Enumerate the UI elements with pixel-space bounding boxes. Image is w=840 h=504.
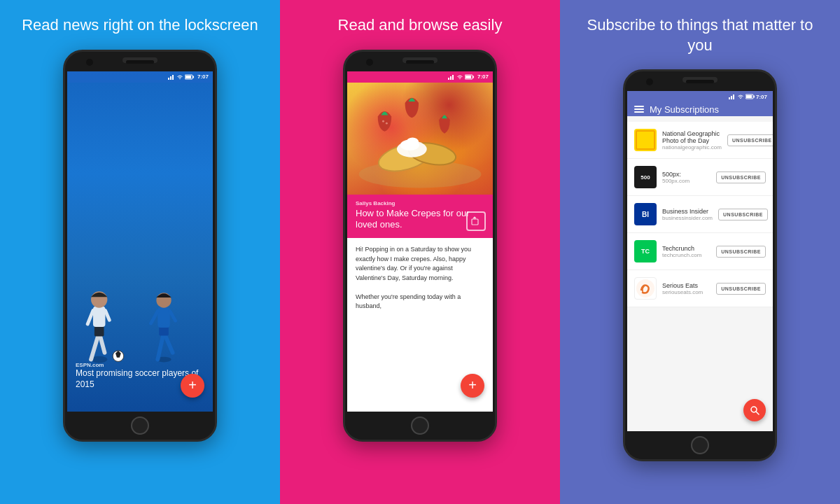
search-icon	[750, 405, 760, 415]
article-body: Hi! Popping in on a Saturday to show you…	[347, 238, 493, 318]
svg-rect-46	[746, 95, 752, 98]
subscriptions-list: National Geographic Photo of the Day nat…	[627, 122, 773, 307]
tc-logo-text: TC	[641, 248, 650, 255]
serious-eats-logo-svg	[636, 279, 655, 298]
svg-line-15	[158, 332, 164, 359]
se-logo	[634, 277, 657, 300]
svg-line-12	[105, 310, 109, 320]
unsubscribe-btn-se[interactable]: UNSUBSCRIBE	[716, 283, 766, 295]
lockscreen-fab[interactable]: +	[181, 374, 204, 398]
battery-icon-2	[465, 74, 474, 80]
phone-2-speaker	[406, 60, 434, 64]
svg-rect-9	[94, 326, 104, 337]
phone-1: 7:07 7:07 Fri, 12 March	[63, 50, 217, 442]
status-icons-3: 7:07	[729, 91, 767, 102]
svg-line-19	[151, 311, 158, 323]
panel-lockscreen: Read news right on the lockscreen	[0, 0, 280, 504]
phone-2-bottom	[345, 412, 495, 440]
subscriptions-toolbar: 7:07 My Subscriptions	[627, 91, 773, 116]
panel3-tagline: Subscribe to things that matter to you	[560, 0, 840, 62]
svg-rect-23	[448, 78, 449, 80]
sub-info-ng: National Geographic Photo of the Day nat…	[662, 130, 722, 150]
article-fab[interactable]: +	[461, 374, 484, 398]
soccer-scene	[67, 247, 213, 373]
px-logo-text: 500	[640, 174, 650, 181]
unsubscribe-btn-px[interactable]: UNSUBSCRIBE	[716, 172, 766, 183]
panel1-tagline: Read news right on the lockscreen	[1, 0, 279, 43]
list-item: TC Techcrunch techcrunch.com UNSUBSCRIBE	[627, 233, 773, 270]
phone-1-screen: 7:07 7:07 Fri, 12 March	[67, 71, 213, 412]
svg-rect-25	[452, 75, 454, 80]
phone-2-wrapper: 7:07	[343, 43, 497, 504]
lockscreen-status-bar: 7:07	[67, 71, 213, 83]
list-item: 500 500px: 500px.com UNSUBSCRIBE	[627, 159, 773, 196]
svg-line-11	[88, 310, 93, 323]
sub-name-bi: Business Insider	[662, 208, 713, 215]
svg-line-49	[756, 412, 759, 414]
svg-rect-0	[168, 78, 169, 80]
article-source: Sallys Backing	[356, 200, 484, 206]
unsubscribe-btn-bi[interactable]: UNSUBSCRIBE	[718, 209, 768, 220]
toolbar-content: My Subscriptions	[634, 104, 719, 115]
phone-1-speaker	[126, 60, 154, 64]
panel-subscriptions: Subscribe to things that matter to you	[560, 0, 840, 504]
article-status-bar: 7:07	[347, 71, 493, 83]
svg-rect-41	[729, 97, 730, 99]
status-time-3: 7:07	[756, 94, 767, 100]
search-fab[interactable]	[743, 399, 766, 421]
svg-rect-5	[186, 76, 191, 78]
battery-icon-1	[185, 74, 194, 80]
unsubscribe-btn-ng[interactable]: UNSUBSCRIBE	[727, 134, 773, 146]
share-icon[interactable]	[466, 211, 486, 231]
sub-name-ng: National Geographic Photo of the Day	[662, 130, 722, 144]
signal-icon-3	[729, 94, 736, 99]
sub-info-tc: Techcrunch techcrunch.com	[662, 245, 710, 258]
svg-rect-43	[733, 94, 734, 99]
sub-url-bi: businessinsider.com	[662, 215, 713, 221]
food-svg	[347, 83, 493, 195]
hamburger-line-2	[634, 108, 644, 110]
subscriptions-toolbar-title: My Subscriptions	[650, 104, 719, 115]
subscriptions-screen: 7:07 My Subscriptions	[627, 91, 773, 431]
svg-rect-18	[158, 307, 169, 327]
wifi-icon-1	[176, 74, 183, 80]
sub-name-px: 500px:	[662, 171, 710, 178]
strawberry-2	[405, 97, 419, 118]
ng-logo-box	[636, 130, 655, 150]
signal-icon-2	[448, 74, 455, 80]
phone-2: 7:07	[343, 50, 497, 442]
sub-name-se: Serious Eats	[662, 282, 710, 289]
signal-icon-1	[168, 74, 175, 80]
lockscreen-bg: 7:07 7:07 Fri, 12 March	[67, 71, 213, 412]
svg-line-20	[170, 311, 176, 321]
sub-url-se: seriouseats.com	[662, 289, 710, 295]
home-button-1[interactable]	[131, 416, 149, 435]
article-title: How to Make Crepes for our loved ones.	[356, 208, 484, 232]
px-logo: 500	[634, 166, 657, 188]
wifi-icon-3	[737, 94, 744, 99]
svg-rect-39	[472, 219, 478, 225]
share-svg	[471, 216, 481, 226]
article-hero-image	[347, 83, 493, 195]
svg-rect-45	[753, 96, 755, 98]
svg-rect-4	[192, 76, 194, 78]
unsubscribe-btn-tc[interactable]: UNSUBSCRIBE	[716, 246, 766, 258]
svg-line-7	[91, 332, 99, 359]
svg-rect-2	[172, 75, 174, 80]
svg-rect-10	[93, 306, 105, 326]
svg-point-37	[382, 120, 384, 122]
svg-rect-1	[170, 76, 172, 80]
sub-url-px: 500px.com	[662, 178, 710, 184]
home-button-2[interactable]	[411, 416, 429, 435]
list-item: National Geographic Photo of the Day nat…	[627, 122, 773, 159]
ng-logo	[634, 129, 657, 151]
tc-logo: TC	[634, 240, 657, 262]
wifi-icon-2	[456, 74, 463, 80]
phone-3-wrapper: 7:07 My Subscriptions	[623, 62, 777, 504]
article-header-card: Sallys Backing How to Make Crepes for ou…	[347, 195, 493, 239]
home-button-3[interactable]	[691, 436, 709, 454]
phone-1-wrapper: 7:07 7:07 Fri, 12 March	[63, 43, 217, 504]
hamburger-menu-icon[interactable]	[634, 106, 644, 113]
svg-rect-28	[465, 76, 471, 78]
panel2-tagline: Read and browse easily	[317, 0, 524, 43]
